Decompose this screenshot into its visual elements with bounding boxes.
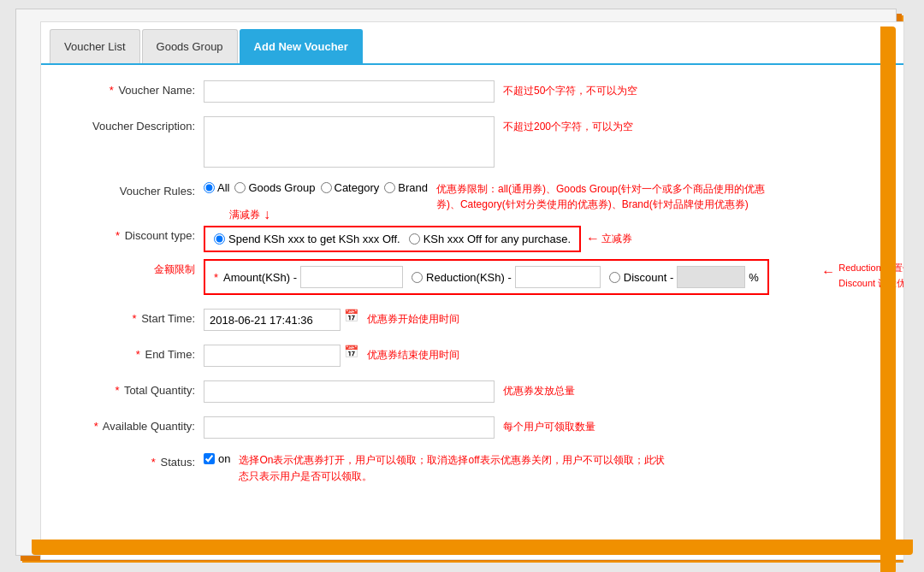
avail-qty-label: * Available Quantity: (67, 416, 204, 433)
status-checkbox[interactable] (204, 453, 215, 464)
discount-input[interactable] (677, 266, 745, 288)
status-hint: 选择On表示优惠券打开，用户可以领取；取消选择off表示优惠券关闭，用户不可以领… (239, 452, 666, 485)
discount-type-label: * Discount type: (67, 226, 204, 242)
voucher-rules-label: Voucher Rules: (67, 181, 204, 198)
amount-section: * Amount(KSh) - Reduction(KSh) - Discoun… (204, 259, 769, 295)
discount-spend-option[interactable]: Spend KSh xxx to get KSh xxx Off. (214, 233, 400, 245)
start-time-label: * Start Time: (67, 309, 204, 325)
required-star8: * (151, 456, 156, 469)
rule-category-option[interactable]: Category (321, 181, 380, 194)
reduction-radio[interactable] (412, 272, 423, 283)
rule-brand-option[interactable]: Brand (384, 181, 428, 194)
end-time-hint: 优惠券结束使用时间 (367, 345, 459, 363)
required-star3: * (214, 271, 218, 284)
voucher-desc-label: Voucher Description: (67, 116, 204, 133)
amount-ksh-label: Amount(KSh) - (223, 271, 297, 284)
rule-goodsgroup-label: Goods Group (248, 181, 315, 194)
total-qty-input[interactable] (204, 380, 495, 403)
voucher-name-row: * Voucher Name: 不超过50个字符，不可以为空 (67, 80, 878, 103)
voucher-desc-row: Voucher Description: 不超过200个字符，可以为空 (67, 116, 878, 168)
total-qty-hint: 优惠券发放总量 (503, 380, 575, 398)
voucher-desc-hint: 不超过200个字符，可以为空 (503, 116, 633, 134)
amount-row: 金额限制 * Amount(KSh) - Reduction(KSh) - (67, 259, 878, 295)
discount-off-label: KSh xxx Off for any purchase. (424, 233, 571, 245)
lijian-annotation: ← 立减券 (586, 231, 632, 246)
amount-input[interactable] (300, 266, 403, 288)
status-row: * Status: on 选择On表示优惠券打开，用户可以领取；取消选择off表… (67, 452, 878, 485)
amount-group: * Amount(KSh) - (214, 266, 403, 288)
reduction-group: Reduction(KSh) - (412, 266, 601, 288)
required-star5: * (136, 348, 140, 361)
rule-all-radio[interactable] (204, 182, 215, 193)
discount-spend-label: Spend KSh xxx to get KSh xxx Off. (228, 233, 400, 245)
total-qty-row: * Total Quantity: 优惠券发放总量 (67, 380, 878, 403)
discount-spend-radio[interactable] (214, 233, 225, 245)
discount-off-option[interactable]: KSh xxx Off for any purchase. (409, 233, 571, 245)
manzhen-annotation: 满减券 ↓ (229, 207, 270, 222)
tab-voucher-list[interactable]: Voucher List (50, 29, 140, 63)
voucher-rules-row: Voucher Rules: All Goods Group Category (67, 181, 878, 212)
reduction-input[interactable] (515, 266, 601, 288)
voucher-rules-hint: 优惠券限制：all(通用券)、Goods Group(针对一个或多个商品使用的优… (436, 181, 779, 212)
start-time-input[interactable] (204, 309, 341, 331)
rule-all-option[interactable]: All (204, 181, 229, 194)
form-area: * Voucher Name: 不超过50个字符，不可以为空 Voucher D… (41, 65, 903, 514)
reduction-label: Reduction(KSh) - (426, 271, 512, 284)
avail-qty-hint: 每个用户可领取数量 (503, 416, 595, 434)
voucher-name-hint: 不超过50个字符，不可以为空 (503, 80, 637, 98)
start-time-hint: 优惠券开始使用时间 (367, 309, 459, 327)
tab-goods-group[interactable]: Goods Group (142, 29, 238, 63)
end-time-label: * End Time: (67, 345, 204, 361)
tab-add-new-voucher[interactable]: Add New Voucher (240, 29, 363, 63)
required-star4: * (132, 312, 136, 325)
rule-all-label: All (217, 181, 229, 194)
status-on-label: on (218, 452, 230, 465)
rule-brand-label: Brand (398, 181, 428, 194)
avail-qty-row: * Available Quantity: 每个用户可领取数量 (67, 416, 878, 439)
discount-label: Discount - (624, 271, 674, 284)
voucher-rules-options: All Goods Group Category Brand (204, 181, 428, 194)
total-qty-label: * Total Quantity: (67, 380, 204, 397)
end-time-calendar-icon[interactable]: 📅 (344, 345, 358, 358)
rule-category-radio[interactable] (321, 182, 332, 193)
rule-brand-radio[interactable] (384, 182, 395, 193)
rule-goodsgroup-option[interactable]: Goods Group (234, 181, 315, 194)
percent-label: % (749, 271, 759, 284)
start-time-row: * Start Time: 📅 优惠券开始使用时间 (67, 309, 878, 331)
amount-label-spacer: 金额限制 (67, 259, 204, 277)
end-time-row: * End Time: 📅 优惠券结束使用时间 (67, 345, 878, 367)
status-control: on (204, 452, 230, 465)
orange-bottom-bar (32, 540, 913, 555)
discount-group: Discount - % (609, 266, 759, 288)
voucher-name-label: * Voucher Name: (67, 80, 204, 97)
discount-off-radio[interactable] (409, 233, 420, 245)
discount-type-options: Spend KSh xxx to get KSh xxx Off. KSh xx… (204, 226, 581, 252)
required-star7: * (94, 420, 98, 433)
orange-right-bar (880, 27, 896, 572)
rule-category-label: Category (335, 181, 380, 194)
required-star2: * (116, 229, 120, 242)
status-label: * Status: (67, 452, 204, 469)
end-time-input[interactable] (204, 345, 341, 367)
rule-goodsgroup-radio[interactable] (234, 182, 246, 193)
avail-qty-input[interactable] (204, 416, 495, 439)
jine-annotation: 金额限制 (67, 262, 195, 277)
required-star6: * (115, 384, 119, 397)
tab-bar: Voucher List Goods Group Add New Voucher (41, 22, 903, 65)
discount-radio[interactable] (609, 272, 620, 283)
required-star: * (110, 84, 114, 97)
voucher-name-input[interactable] (204, 80, 495, 103)
start-time-calendar-icon[interactable]: 📅 (344, 309, 358, 322)
voucher-desc-textarea[interactable] (204, 116, 495, 168)
discount-type-row: * Discount type: 满减券 ↓ Spend KSh xxx to … (67, 226, 878, 252)
